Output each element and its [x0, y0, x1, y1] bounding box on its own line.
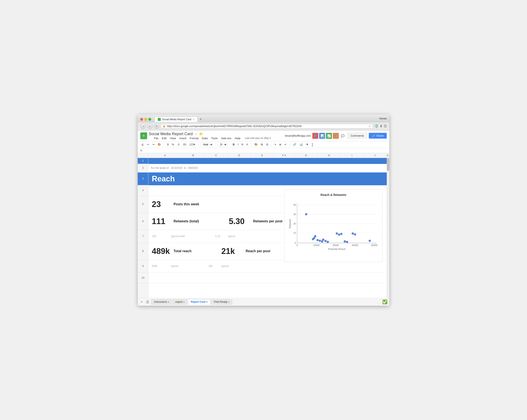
download-icon[interactable]: ⬇: [380, 124, 383, 128]
row-3: Reach: [148, 173, 387, 185]
italic-button[interactable]: I: [237, 143, 239, 146]
currency-button[interactable]: $: [166, 143, 169, 146]
col-header-c[interactable]: C: [205, 153, 228, 158]
menu-insert[interactable]: Insert: [179, 137, 186, 140]
format-number-button[interactable]: 123▾: [188, 143, 196, 146]
date-from: 3/13/2015: [171, 166, 182, 169]
new-tab-button[interactable]: +: [198, 117, 203, 122]
col-header-a[interactable]: A: [148, 153, 182, 158]
menu-addons[interactable]: Add-ons: [221, 137, 231, 140]
col-header-h[interactable]: H: [318, 153, 341, 158]
row-num-3[interactable]: 3: [138, 173, 148, 185]
sep3: [215, 143, 216, 147]
fill-color-button[interactable]: 🎨: [253, 143, 259, 146]
row-num-9[interactable]: 9: [138, 260, 148, 273]
traffic-lights: [140, 118, 151, 121]
comments-button[interactable]: Comments: [347, 133, 367, 139]
row-5: 23 Posts this week Reach & Retweets: [148, 196, 387, 213]
paint-format-button[interactable]: 🎨: [157, 143, 162, 146]
col-header-k[interactable]: K: [386, 153, 389, 158]
icon-blue-1[interactable]: 📊: [319, 133, 325, 139]
active-tab[interactable]: Social Media Report Card ✕: [154, 117, 198, 122]
star-icon[interactable]: ☆: [194, 132, 198, 136]
font-size-selector[interactable]: 24: [218, 142, 227, 147]
percent-button[interactable]: %: [171, 143, 175, 146]
col-header-i[interactable]: I: [340, 153, 363, 158]
user-email: kevan@bufferapp.com: [285, 134, 311, 137]
function-button[interactable]: ∑: [311, 143, 314, 146]
menu-help[interactable]: Help: [235, 137, 241, 140]
strikethrough-button[interactable]: S: [241, 143, 244, 146]
row-num-6[interactable]: 6: [138, 213, 148, 230]
align-more-button[interactable]: ≣: [278, 143, 282, 146]
column-headers: A B C D E F ▾ G H I J K: [138, 153, 389, 158]
add-sheet-button[interactable]: +: [139, 300, 144, 304]
close-button[interactable]: [140, 118, 143, 121]
svg-text:40: 40: [293, 204, 296, 206]
link-button[interactable]: 🔗: [292, 143, 297, 146]
maximize-button[interactable]: [148, 118, 151, 121]
share-button[interactable]: 🔗 Share: [369, 133, 387, 139]
menu-format[interactable]: Format: [190, 137, 198, 140]
col-header-j[interactable]: J: [363, 153, 386, 158]
tab-close-button[interactable]: ✕: [193, 118, 194, 121]
menu-view[interactable]: View: [170, 137, 176, 140]
row-num-4[interactable]: 4: [138, 185, 148, 196]
retweets-per-post-number: 5.30: [229, 217, 248, 226]
align-left-button[interactable]: ≡: [274, 143, 277, 146]
minimize-button[interactable]: [144, 118, 147, 121]
row-num-5[interactable]: 5: [138, 196, 148, 213]
address-bar[interactable]: 🔒 https://docs.google.com/spreadsheets/d…: [161, 124, 373, 129]
sheet-tab-report-card[interactable]: Report Card ▾: [188, 299, 210, 304]
redo-button[interactable]: ↪: [151, 143, 155, 146]
icon-red-1[interactable]: 🐦: [312, 133, 318, 139]
menu-file[interactable]: File: [154, 137, 158, 140]
chat-icon[interactable]: 💬: [340, 133, 346, 139]
row-1[interactable]: [148, 158, 387, 164]
folder-icon[interactable]: 📁: [199, 132, 203, 136]
row-num-8[interactable]: 8: [138, 243, 148, 260]
decimal-dec-button[interactable]: .0: [176, 143, 180, 146]
font-selector[interactable]: Arial: [201, 142, 213, 147]
forward-button[interactable]: ▶: [147, 123, 153, 129]
bookmark-icon[interactable]: ☆: [369, 125, 371, 128]
bold-button[interactable]: B: [232, 143, 235, 146]
row-num-1[interactable]: 1: [138, 158, 148, 164]
row-num-2[interactable]: 2: [138, 164, 148, 173]
menu-edit[interactable]: Edit: [162, 137, 166, 140]
col-header-d[interactable]: D: [228, 153, 251, 158]
icon-green-1[interactable]: 📈: [326, 133, 332, 139]
borders-button[interactable]: ⊞: [260, 143, 264, 146]
sheet-list-button[interactable]: ☰: [145, 300, 150, 304]
row-num-7[interactable]: 7: [138, 230, 148, 243]
sheet-tab-instructions[interactable]: Instructions ▾: [151, 299, 172, 304]
icon-orange-1[interactable]: 🔧: [333, 133, 339, 139]
menu-data[interactable]: Data: [202, 137, 208, 140]
scrollbar-thumb[interactable]: [387, 158, 389, 171]
tab-label: Social Media Report Card: [162, 118, 191, 121]
wrap-button[interactable]: ↵: [284, 143, 288, 146]
col-header-e[interactable]: E: [251, 153, 274, 158]
print-button[interactable]: 🖨: [140, 143, 145, 146]
col-header-f[interactable]: F ▾: [274, 153, 295, 158]
sheet-tab-print-ready[interactable]: Print-Ready ▾: [211, 299, 232, 304]
refresh-button[interactable]: ↻: [154, 123, 159, 129]
undo-button[interactable]: ↩: [146, 143, 150, 146]
filter-button[interactable]: ▼: [305, 143, 309, 146]
nav-icons: 🛡️ ⬇ ☰: [374, 124, 387, 128]
svg-point-33: [346, 241, 348, 243]
col-header-b[interactable]: B: [182, 153, 205, 158]
extensions-icon[interactable]: 🛡️: [374, 124, 378, 128]
header-right: kevan@bufferapp.com 🐦 📊 📈 🔧 💬 Comments 🔗…: [285, 133, 387, 139]
text-color-button[interactable]: A: [245, 143, 249, 146]
row-num-10[interactable]: 10: [138, 273, 148, 283]
menu-icon[interactable]: ☰: [384, 124, 387, 128]
chart-button[interactable]: 📊: [298, 143, 304, 146]
back-button[interactable]: ◀: [140, 123, 146, 129]
col-header-g[interactable]: G: [295, 153, 318, 158]
menu-tools[interactable]: Tools: [211, 137, 218, 140]
merge-button[interactable]: ⊟: [265, 143, 269, 146]
vertical-scrollbar[interactable]: [387, 158, 389, 298]
sheet-tab-export[interactable]: export ▾: [173, 299, 187, 304]
decimal-inc-button[interactable]: .00: [182, 143, 187, 146]
